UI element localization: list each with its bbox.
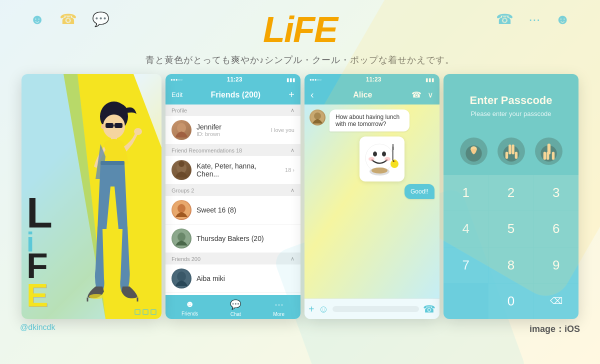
alice-avatar-chat [310, 110, 326, 126]
svg-rect-8 [100, 161, 124, 165]
svg-point-36 [372, 168, 388, 174]
message-text-1: How about having lunch with me tomorrow? [336, 114, 400, 128]
sticker-container [330, 136, 434, 182]
header-icons-left: ☻ ☎ 💬 [30, 11, 110, 28]
message-received-1: How about having lunch with me tomorrow? [310, 110, 434, 132]
square-2 [142, 309, 148, 315]
svg-point-40 [393, 160, 394, 162]
svg-point-7 [134, 128, 142, 135]
chat-icon-left: 💬 [92, 11, 110, 28]
svg-point-27 [368, 146, 390, 168]
illus-squares [134, 309, 156, 315]
main-container: ☻ ☎ 💬 LiFE ☎ ··· ☻ 青と黄色がとっても爽やか♪シンプル・クール… [0, 0, 600, 364]
letter-E: E [26, 282, 52, 309]
svg-point-25 [314, 112, 321, 120]
dots-icon-right: ··· [528, 12, 540, 28]
logo-text: LiFE [263, 9, 337, 50]
life-logo: LiFE [263, 9, 337, 50]
message-sent-1: Good!! [310, 184, 434, 199]
chat-messages: How about having lunch with me tomorrow? [304, 104, 440, 209]
phone-icon-left: ☎ [60, 11, 77, 28]
bubble-received-1: How about having lunch with me tomorrow? [330, 110, 410, 132]
character-svg [56, 79, 156, 304]
svg-point-30 [368, 157, 374, 161]
sticker [360, 136, 404, 182]
svg-rect-34 [394, 144, 394, 150]
square-1 [134, 309, 140, 315]
message-text-2: Good!! [410, 188, 428, 195]
svg-rect-33 [392, 144, 393, 150]
screen-chat: ●●●○○ 11:23 ▮▮▮ ‹ Alice ☎ ∨ [304, 74, 440, 319]
svg-point-5 [101, 124, 105, 129]
passcode-subtitle: Please enter your passcode [454, 110, 568, 118]
bubble-sent-1: Good!! [404, 184, 434, 199]
svg-rect-2 [106, 123, 114, 128]
svg-point-31 [384, 157, 390, 161]
svg-point-28 [373, 152, 377, 156]
life-vertical-text: L i F E [26, 194, 52, 309]
smiley-icon-left: ☻ [30, 12, 44, 28]
svg-point-29 [382, 152, 386, 156]
svg-point-11 [89, 294, 104, 299]
header-icons-right: ☎ ··· ☻ [496, 11, 570, 28]
chat-messages-area: How about having lunch with me tomorrow? [304, 104, 440, 298]
header: ☻ ☎ 💬 LiFE ☎ ··· ☻ [0, 0, 600, 50]
smiley-icon-right: ☻ [556, 12, 570, 28]
square-3 [150, 309, 156, 315]
screen-illustration: L i F E [22, 74, 162, 319]
phone-icon-right: ☎ [496, 11, 514, 28]
svg-rect-3 [114, 123, 122, 128]
